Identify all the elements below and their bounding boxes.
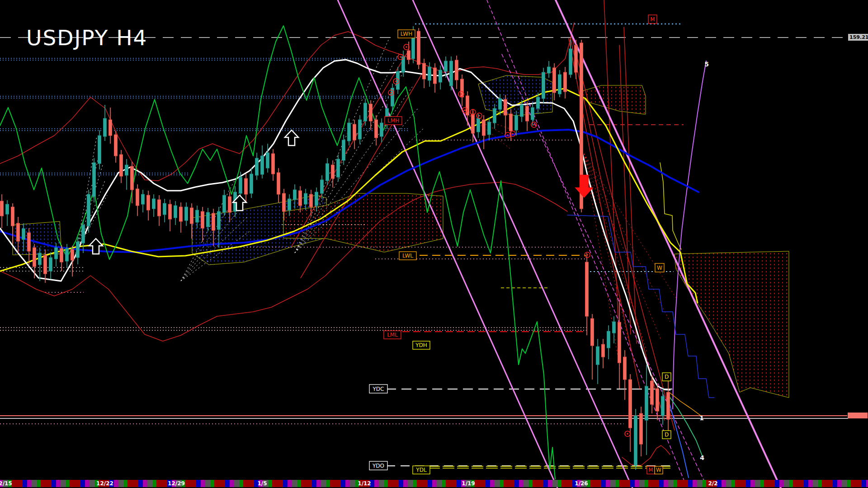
candle-body <box>607 331 610 348</box>
strip-block <box>432 480 437 487</box>
candle-body <box>76 242 80 258</box>
yellow-kumo-edge <box>660 163 681 249</box>
level-label-text: YDC <box>373 386 384 392</box>
red-steep-3 <box>604 0 618 325</box>
candle-body <box>477 118 480 132</box>
strip-block <box>52 480 56 487</box>
candle-body <box>120 155 123 176</box>
strip-block <box>697 480 703 487</box>
strip-block <box>726 480 731 487</box>
strip-block <box>61 480 66 487</box>
strip-block <box>90 480 95 487</box>
candle-body <box>493 108 496 123</box>
candle-body <box>364 103 367 121</box>
strip-block <box>862 480 866 487</box>
strip-block <box>272 480 283 487</box>
signal-circle-dot <box>400 56 401 58</box>
date-label: 2/2 <box>708 480 717 487</box>
candle-body <box>407 51 410 60</box>
bid-price-tag <box>848 413 868 418</box>
candle-body <box>33 248 36 267</box>
strip-block <box>693 480 697 487</box>
signal-circle-dot <box>460 93 462 95</box>
candle-body <box>114 135 118 156</box>
strip-block <box>519 480 524 487</box>
candle-body <box>591 319 594 346</box>
strip-block <box>677 480 688 487</box>
strip-block <box>326 480 330 487</box>
strip-block <box>345 480 350 487</box>
level-label-text: LML <box>387 332 398 338</box>
candle-body <box>359 120 362 139</box>
strip-block <box>56 480 61 487</box>
strip-block <box>408 480 413 487</box>
strip-block <box>533 480 543 487</box>
fan-ray <box>584 154 677 299</box>
candle-body <box>22 229 25 239</box>
timeline-strip[interactable] <box>0 480 868 487</box>
candle-body <box>136 189 139 206</box>
candle-body <box>109 120 112 136</box>
strip-block <box>138 480 143 487</box>
level-label-text: LWL <box>402 253 413 259</box>
candle-body <box>667 392 670 419</box>
strip-block <box>32 480 37 487</box>
strip-block <box>143 480 147 487</box>
signal-circle-dot <box>478 115 480 117</box>
candle-body <box>169 204 172 219</box>
date-label: 2/15 <box>0 480 12 487</box>
strip-block <box>27 480 32 487</box>
candle-body <box>369 104 373 121</box>
candle-body <box>207 212 210 227</box>
candle-body <box>299 191 302 206</box>
level-label-text: D <box>665 374 669 380</box>
candle-body <box>488 122 491 135</box>
candle-body <box>504 99 507 115</box>
strip-block <box>664 480 668 487</box>
candle-body <box>375 120 378 138</box>
strip-block <box>297 480 301 487</box>
candle-body <box>6 204 9 214</box>
candle-body <box>98 136 101 164</box>
strip-block <box>85 480 90 487</box>
strip-block <box>813 480 818 487</box>
candle-body <box>661 396 665 416</box>
strip-block <box>495 480 500 487</box>
candle-body <box>272 154 275 174</box>
strip-block <box>283 480 288 487</box>
signal-circle-dot <box>586 254 588 256</box>
candle-body <box>142 194 145 204</box>
candle-body <box>656 389 659 411</box>
candle-body <box>288 199 291 210</box>
candle-body <box>645 386 648 420</box>
strip-block <box>789 480 793 487</box>
candle-body <box>0 201 4 216</box>
strip-block <box>775 480 779 487</box>
strip-block <box>413 480 417 487</box>
strip-block <box>735 480 746 487</box>
candle-body <box>342 140 345 160</box>
candle-body <box>277 173 280 194</box>
candle-body <box>185 207 188 221</box>
orange-proj <box>669 392 702 417</box>
candle-body <box>651 381 654 404</box>
candle-body <box>212 213 215 230</box>
red-bottom-curve <box>622 446 670 465</box>
candle-body <box>201 211 204 228</box>
strip-block <box>750 480 755 487</box>
chart-canvas[interactable]: LWHLMHLWLLMLYDHYDCYDOYDLMWDDMW5142/1512/… <box>0 0 868 488</box>
strip-block <box>66 480 70 487</box>
candle-body <box>228 197 231 212</box>
strip-block <box>201 480 205 487</box>
strip-block <box>490 480 495 487</box>
number-label: 5 <box>704 61 709 68</box>
candle-body <box>575 45 578 72</box>
candle-body <box>131 166 134 190</box>
strip-block <box>842 480 847 487</box>
candle-body <box>623 357 627 380</box>
strip-block <box>645 480 648 487</box>
strip-block <box>403 480 408 487</box>
strip-block <box>833 480 837 487</box>
strip-block <box>722 480 726 487</box>
strip-block <box>866 480 868 487</box>
